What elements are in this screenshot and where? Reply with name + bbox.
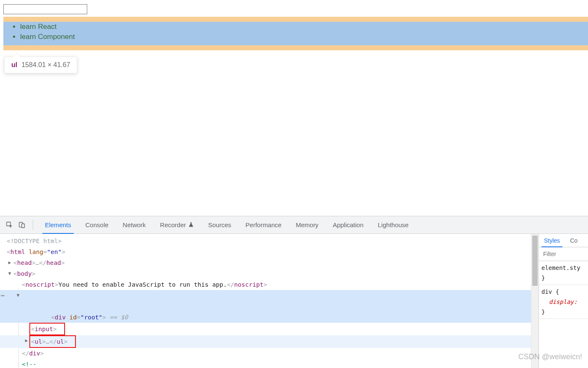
todo-input[interactable] — [3, 4, 87, 14]
list-item: learn React — [20, 22, 588, 32]
page-preview: learn React learn Component ul 1584.01 ×… — [0, 0, 588, 216]
inspect-tooltip: ul 1584.01 × 41.67 — [4, 57, 77, 73]
list-item: learn Component — [20, 32, 588, 42]
tooltip-dimensions: 1584.01 × 41.67 — [21, 61, 70, 69]
tooltip-tag: ul — [11, 61, 17, 69]
todo-list: learn React learn Component — [3, 20, 588, 44]
